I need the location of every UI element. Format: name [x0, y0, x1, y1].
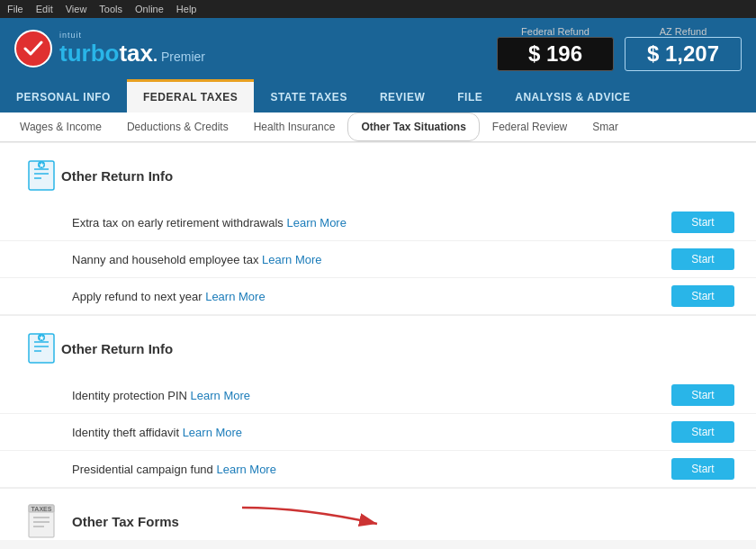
- federal-refund-amount-box: $ 196: [497, 37, 614, 71]
- section-header-return-info-1: ★ Other Return Info: [0, 142, 756, 204]
- item-text-early-retirement: Extra tax on early retirement withdrawal…: [72, 216, 671, 230]
- product-label: Premier: [161, 50, 205, 64]
- start-btn-apply-refund[interactable]: Start: [671, 285, 734, 307]
- item-text-presidential: Presidential campaign fund Learn More: [72, 463, 671, 476]
- main-nav: PERSONAL INFO FEDERAL TAXES STATE TAXES …: [0, 79, 756, 112]
- tab-federal-taxes[interactable]: FEDERAL TAXES: [127, 79, 254, 112]
- return-info-icon-2: ★: [22, 328, 61, 368]
- sub-tab-health[interactable]: Health Insurance: [241, 113, 348, 140]
- intuit-label: intuit: [59, 31, 205, 40]
- section-title-return-1: Other Return Info: [61, 168, 173, 184]
- learn-more-apply-refund[interactable]: Learn More: [205, 290, 265, 303]
- sub-tab-deductions[interactable]: Deductions & Credits: [114, 113, 241, 140]
- section-icon-tax-forms: TAXES: [22, 501, 61, 540]
- menu-online[interactable]: Online: [135, 4, 164, 14]
- az-refund-box: AZ Refund $ 1,207: [625, 26, 742, 71]
- federal-refund-amount: $ 196: [528, 41, 582, 66]
- start-btn-nanny[interactable]: Start: [671, 248, 734, 270]
- sub-nav: Wages & Income Deductions & Credits Heal…: [0, 112, 756, 142]
- tab-personal-info[interactable]: PERSONAL INFO: [0, 79, 127, 112]
- tab-analysis[interactable]: ANALYSIS & ADVICE: [499, 79, 646, 112]
- return-info-icon: ★: [22, 156, 61, 195]
- item-presidential: Presidential campaign fund Learn More St…: [0, 451, 756, 488]
- menu-tools[interactable]: Tools: [99, 4, 122, 14]
- menu-file[interactable]: File: [7, 4, 23, 14]
- section-title-tax-forms: Other Tax Forms: [72, 514, 179, 529]
- header: intuit turbotax. Premier Federal Refund …: [0, 18, 756, 79]
- item-text-identity-pin: Identity protection PIN Learn More: [72, 389, 671, 402]
- learn-more-nanny[interactable]: Learn More: [262, 253, 321, 266]
- turbotax-logo-checkmark: [14, 30, 52, 68]
- start-btn-early-retirement[interactable]: Start: [671, 212, 734, 233]
- logo-area: intuit turbotax. Premier: [14, 30, 497, 68]
- learn-more-presidential[interactable]: Learn More: [216, 463, 275, 476]
- section-icon-return-1: ★: [22, 156, 61, 195]
- sub-tab-wages[interactable]: Wages & Income: [7, 113, 114, 140]
- item-identity-pin: Identity protection PIN Learn More Start: [0, 377, 756, 414]
- learn-more-early-retirement[interactable]: Learn More: [286, 216, 346, 230]
- logo-text: intuit turbotax. Premier: [59, 31, 205, 68]
- federal-refund-box: Federal Refund $ 196: [497, 26, 614, 71]
- content-area: ★ Other Return Info Extra tax on early r…: [0, 142, 756, 540]
- section-icon-return-2: ★: [22, 328, 61, 368]
- svg-text:TAXES: TAXES: [32, 506, 52, 512]
- section-header-tax-forms: TAXES Other Tax Forms: [0, 488, 756, 540]
- start-btn-identity-theft[interactable]: Start: [671, 421, 734, 443]
- start-btn-identity-pin[interactable]: Start: [671, 384, 734, 406]
- item-identity-theft: Identity theft affidavit Learn More Star…: [0, 414, 756, 451]
- turbotax-label: turbotax.: [59, 40, 158, 68]
- tax-forms-icon: TAXES: [22, 501, 61, 540]
- menu-bar: File Edit View Tools Online Help: [0, 0, 756, 18]
- menu-edit[interactable]: Edit: [36, 4, 53, 14]
- svg-text:★: ★: [39, 162, 45, 168]
- sub-tab-federal-review[interactable]: Federal Review: [480, 113, 580, 140]
- federal-refund-label: Federal Refund: [497, 26, 614, 37]
- az-refund-amount: $ 1,207: [647, 41, 719, 66]
- tab-review[interactable]: REVIEW: [364, 79, 441, 112]
- az-refund-label: AZ Refund: [625, 26, 742, 37]
- menu-help[interactable]: Help: [176, 4, 197, 14]
- menu-view[interactable]: View: [66, 4, 87, 14]
- tab-file[interactable]: FILE: [441, 79, 499, 112]
- sub-tab-smart[interactable]: Smar: [580, 113, 631, 140]
- content-wrapper: ★ Other Return Info Extra tax on early r…: [0, 142, 756, 540]
- item-text-identity-theft: Identity theft affidavit Learn More: [72, 426, 671, 439]
- item-nanny: Nanny and household employee tax Learn M…: [0, 241, 756, 278]
- refund-boxes: Federal Refund $ 196 AZ Refund $ 1,207: [497, 26, 742, 71]
- start-btn-presidential[interactable]: Start: [671, 458, 734, 480]
- item-early-retirement: Extra tax on early retirement withdrawal…: [0, 204, 756, 241]
- learn-more-identity-theft[interactable]: Learn More: [183, 426, 242, 439]
- arrow-annotation: [233, 499, 431, 540]
- arrow-container: [179, 503, 734, 539]
- tab-state-taxes[interactable]: STATE TAXES: [254, 79, 364, 112]
- svg-text:★: ★: [39, 335, 45, 341]
- section-title-return-2: Other Return Info: [61, 341, 173, 356]
- item-text-apply-refund: Apply refund to next year Learn More: [72, 290, 671, 303]
- learn-more-identity-pin[interactable]: Learn More: [191, 389, 250, 402]
- checkmark-icon: [23, 40, 43, 57]
- item-text-nanny: Nanny and household employee tax Learn M…: [72, 253, 671, 266]
- sub-tab-other-tax[interactable]: Other Tax Situations: [347, 112, 479, 141]
- item-apply-refund: Apply refund to next year Learn More Sta…: [0, 278, 756, 315]
- az-refund-amount-box: $ 1,207: [625, 37, 742, 71]
- section-header-return-info-2: ★ Other Return Info: [0, 315, 756, 377]
